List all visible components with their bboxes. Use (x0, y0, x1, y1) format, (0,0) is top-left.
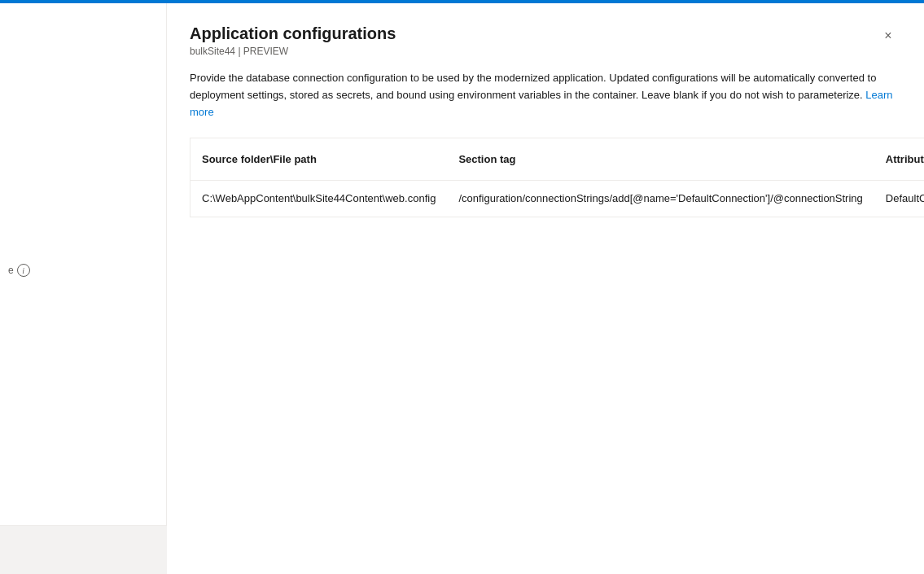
col-header-section: Section tag (447, 138, 874, 180)
close-icon: × (884, 28, 891, 43)
dialog-subtitle-name: bulkSite44 (190, 46, 235, 57)
table-row: C:\WebAppContent\bulkSite44Content\web.c… (190, 180, 925, 217)
cell-section: /configuration/connectionStrings/add[@na… (447, 180, 874, 217)
dialog-title: Application configurations (190, 23, 396, 44)
description-text: Provide the database connection configur… (190, 70, 901, 120)
col-header-attribute: Attribute name (874, 138, 924, 180)
sidebar: e i (0, 3, 167, 574)
dialog-subtitle-badge: PREVIEW (243, 46, 288, 57)
table-body: C:\WebAppContent\bulkSite44Content\web.c… (190, 180, 925, 217)
dialog-header: Application configurations bulkSite44 | … (167, 3, 924, 57)
table-header-row: Source folder\File path Section tag Attr… (190, 138, 925, 180)
sidebar-bottom (0, 525, 167, 574)
sidebar-info-text: e (8, 265, 14, 276)
dialog-panel: Application configurations bulkSite44 | … (167, 3, 924, 574)
sidebar-info-area: e i (8, 264, 30, 277)
dialog-subtitle: bulkSite44 | PREVIEW (190, 46, 396, 57)
col-header-source: Source folder\File path (190, 138, 448, 180)
dialog-title-area: Application configurations bulkSite44 | … (190, 23, 396, 57)
cell-attribute: DefaultConnection (874, 180, 924, 217)
config-table: Source folder\File path Section tag Attr… (190, 137, 924, 217)
dialog-body: Provide the database connection configur… (167, 57, 924, 574)
close-button[interactable]: × (875, 23, 901, 49)
info-icon: i (17, 264, 30, 277)
table-header: Source folder\File path Section tag Attr… (190, 138, 925, 180)
cell-source: C:\WebAppContent\bulkSite44Content\web.c… (190, 180, 448, 217)
